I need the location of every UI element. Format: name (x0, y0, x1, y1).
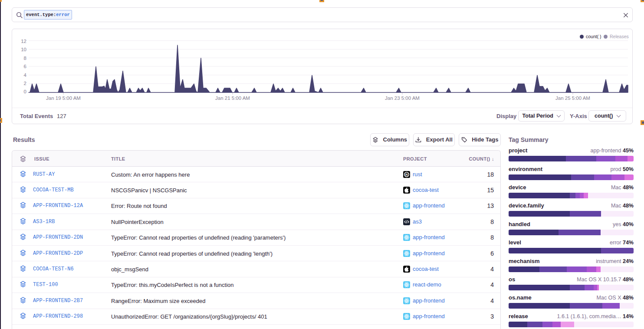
svg-text:R: R (405, 173, 408, 177)
